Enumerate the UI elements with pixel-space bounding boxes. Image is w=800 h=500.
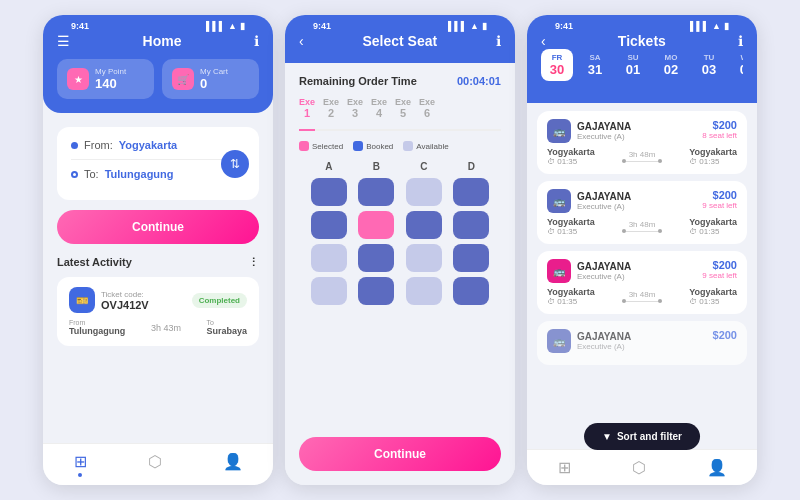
tickets-header-row: ‹ Tickets ℹ (541, 33, 743, 49)
battery-icon-2: ▮ (482, 21, 487, 31)
seat-1a[interactable] (311, 178, 347, 206)
from-label: From: (84, 139, 113, 151)
date-tab-we[interactable]: WE 04 (731, 49, 743, 81)
date-tab-sa[interactable]: SA 31 (579, 49, 611, 81)
route-arrive-3: ⏱ 01:35 (689, 297, 737, 306)
sort-filter-button[interactable]: ▼ Sort and filter (584, 423, 700, 450)
swap-button[interactable]: ⇅ (221, 150, 249, 178)
seat-4b[interactable] (358, 277, 394, 305)
exe-tab-1[interactable]: Exe 1 (299, 97, 315, 131)
ticket-brand-2: 🚌 GAJAYANA Executive (A) (547, 189, 631, 213)
activity-from: Tulungagung (69, 326, 125, 336)
route-arrive-1: ⏱ 01:35 (689, 157, 737, 166)
wifi-icon: ▲ (228, 21, 237, 31)
exe-tab-5-num: 5 (400, 107, 406, 119)
seat-3c[interactable] (406, 244, 442, 272)
seat-4d[interactable] (453, 277, 489, 305)
seat-1d[interactable] (453, 178, 489, 206)
seat-2d[interactable] (453, 211, 489, 239)
tickets-info-icon[interactable]: ℹ (738, 33, 743, 49)
ticket-card-2[interactable]: 🚌 GAJAYANA Executive (A) $200 9 seat lef… (537, 181, 747, 244)
my-point-label: My Point (95, 67, 126, 76)
ticket-route-2: Yogyakarta ⏱ 01:35 3h 48m Yogyakarta ⏱ 0… (547, 217, 737, 236)
menu-icon[interactable]: ☰ (57, 33, 70, 49)
activity-to: Surabaya (206, 326, 247, 336)
seat-3d[interactable] (453, 244, 489, 272)
seat-header-row: ‹ Select Seat ℹ (299, 33, 501, 49)
seat-body: Remaining Order Time 00:04:01 Exe 1 Exe … (285, 63, 515, 427)
home-header: 9:41 ▌▌▌ ▲ ▮ ☰ Home ℹ ★ My Point 140 (43, 15, 273, 113)
bottom-nav-1: ⊞ ⬡ 👤 (43, 443, 273, 485)
profile-nav-icon: 👤 (223, 452, 243, 471)
seat-col-headers: A B C D (299, 161, 501, 172)
signal-icon: ▌▌▌ (206, 21, 225, 31)
home-screen: 9:41 ▌▌▌ ▲ ▮ ☰ Home ℹ ★ My Point 140 (43, 15, 273, 485)
exe-tab-4[interactable]: Exe 4 (371, 97, 387, 123)
tickets-body: 🚌 GAJAYANA Executive (A) $200 8 seat lef… (527, 103, 757, 449)
exe-tab-4-num: 4 (376, 107, 382, 119)
ticket-code-label: Ticket code: (101, 290, 149, 299)
legend-booked-label: Booked (366, 142, 393, 151)
nav-profile-3[interactable]: 👤 (707, 458, 727, 477)
ticket-route-3: Yogyakarta ⏱ 01:35 3h 48m Yogyakarta ⏱ 0… (547, 287, 737, 306)
route-to-2: Yogyakarta (689, 217, 737, 227)
order-time-row: Remaining Order Time 00:04:01 (299, 75, 501, 87)
date-tab-mo[interactable]: MO 02 (655, 49, 687, 81)
route-from-2: Yogyakarta (547, 217, 595, 227)
exe-tab-5[interactable]: Exe 5 (395, 97, 411, 123)
bus-icon-1: 🚌 (547, 119, 571, 143)
bus-icon-4: 🚌 (547, 329, 571, 353)
seat-3a[interactable] (311, 244, 347, 272)
date-tab-fr[interactable]: FR 30 (541, 49, 573, 81)
seat-4a[interactable] (311, 277, 347, 305)
seat-grid (299, 178, 501, 305)
legend-selected-label: Selected (312, 142, 343, 151)
seat-3b[interactable] (358, 244, 394, 272)
info-icon[interactable]: ℹ (254, 33, 259, 49)
seat-2b[interactable] (358, 211, 394, 239)
status-icons-1: ▌▌▌ ▲ ▮ (206, 21, 245, 31)
nav-ticket-3[interactable]: ⬡ (632, 458, 646, 477)
seat-2c[interactable] (406, 211, 442, 239)
ticket-card-1[interactable]: 🚌 GAJAYANA Executive (A) $200 8 seat lef… (537, 111, 747, 174)
nav-profile[interactable]: 👤 (223, 452, 243, 477)
bus-icon-2: 🚌 (547, 189, 571, 213)
seat-4c[interactable] (406, 277, 442, 305)
seat-1b[interactable] (358, 178, 394, 206)
ticket-card-4[interactable]: 🚌 GAJAYANA Executive (A) $200 (537, 321, 747, 365)
seat-2a[interactable] (311, 211, 347, 239)
seat-info-icon[interactable]: ℹ (496, 33, 501, 49)
activity-top: 🎫 Ticket code: OVJ412V Completed (69, 287, 247, 313)
nav-home-3[interactable]: ⊞ (558, 458, 571, 477)
home-body: From: Yogyakarta To: Tulungagung ⇅ Conti… (43, 113, 273, 443)
sort-filter-label: Sort and filter (617, 431, 682, 442)
exe-tab-6[interactable]: Exe 6 (419, 97, 435, 123)
ticket-card-3[interactable]: 🚌 GAJAYANA Executive (A) $200 9 seat lef… (537, 251, 747, 314)
exe-tab-2[interactable]: Exe 2 (323, 97, 339, 123)
ticket-code: OVJ412V (101, 299, 149, 311)
col-d: D (453, 161, 489, 172)
bottom-nav-3: ⊞ ⬡ 👤 (527, 449, 757, 485)
ticket-info: 🎫 Ticket code: OVJ412V (69, 287, 149, 313)
status-time-2: 9:41 (313, 21, 331, 31)
nav-home[interactable]: ⊞ (74, 452, 87, 477)
route-arrive-2: ⏱ 01:35 (689, 227, 737, 236)
date-fr-num: 30 (550, 62, 564, 77)
continue-button-1[interactable]: Continue (57, 210, 259, 244)
duration-line-2 (622, 231, 662, 232)
cart-icon: 🛒 (172, 68, 194, 90)
continue-button-2[interactable]: Continue (299, 437, 501, 471)
exe-tab-6-num: 6 (424, 107, 430, 119)
wifi-icon-3: ▲ (712, 21, 721, 31)
date-tab-tu[interactable]: TU 03 (693, 49, 725, 81)
nav-ticket[interactable]: ⬡ (148, 452, 162, 477)
exe-tab-3[interactable]: Exe 3 (347, 97, 363, 123)
date-tab-su[interactable]: SU 01 (617, 49, 649, 81)
completed-badge: Completed (192, 293, 247, 308)
exe-tabs: Exe 1 Exe 2 Exe 3 Exe 4 Exe 5 (299, 97, 501, 131)
ticket-nav-icon-3: ⬡ (632, 458, 646, 477)
activity-more-icon[interactable]: ⋮ (248, 256, 259, 269)
seat-1c[interactable] (406, 178, 442, 206)
status-time-3: 9:41 (555, 21, 573, 31)
date-tu-num: 03 (702, 62, 716, 77)
